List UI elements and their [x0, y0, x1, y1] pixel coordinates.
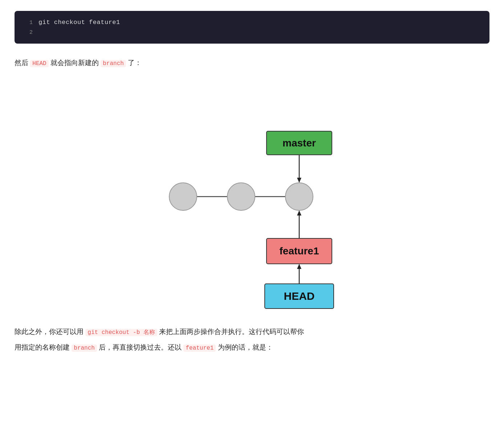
line-number-2: 2	[22, 28, 33, 37]
branch-inline-code: branch	[101, 60, 126, 67]
paragraph-2-suffix: 为例的话，就是：	[216, 343, 273, 351]
paragraph-1-middle: 就会指向新建的	[49, 59, 101, 67]
master-label: master	[283, 137, 316, 149]
paragraph-2-line1: 除此之外，你还可以用 git checkout -b 名称 来把上面两步操作合并…	[15, 325, 489, 338]
paragraph-1-prefix: 然后	[15, 59, 30, 67]
feature1-arrow	[297, 210, 301, 216]
head-arrow	[297, 264, 301, 269]
commit-circle-3	[285, 183, 313, 210]
feature1-inline-code-2: feature1	[183, 345, 216, 352]
paragraph-2-middle2: 后，再直接切换过去。还以	[97, 343, 184, 351]
head-inline-code: HEAD	[30, 60, 48, 67]
code-line-2: 2	[22, 28, 482, 37]
git-diagram: master feature1 HEAD	[15, 84, 489, 309]
master-arrow	[297, 178, 301, 183]
code-block: 1 git checkout feature1 2	[15, 11, 489, 44]
code-content-1: git checkout feature1	[38, 17, 120, 28]
paragraph-2-line2-prefix: 用指定的名称创建	[15, 343, 72, 351]
paragraph-1-suffix: 了：	[126, 59, 142, 67]
checkout-b-inline-code: git checkout -b 名称	[85, 329, 157, 336]
branch-inline-code-2: branch	[72, 345, 97, 352]
paragraph-2-middle1: 来把上面两步操作合并执行。这行代码可以帮你	[157, 328, 304, 335]
paragraph-1: 然后 HEAD 就会指向新建的 branch 了：	[15, 57, 489, 69]
diagram-svg: master feature1 HEAD	[154, 84, 350, 309]
head-label: HEAD	[284, 290, 314, 302]
code-line-1: 1 git checkout feature1	[22, 17, 482, 28]
paragraph-2-line2: 用指定的名称创建 branch 后，再直接切换过去。还以 feature1 为例…	[15, 341, 489, 354]
commit-circle-2	[227, 183, 255, 210]
line-number-1: 1	[22, 18, 33, 28]
paragraph-2-prefix: 除此之外，你还可以用	[15, 328, 85, 335]
feature1-label: feature1	[280, 245, 319, 257]
commit-circle-1	[169, 183, 197, 210]
